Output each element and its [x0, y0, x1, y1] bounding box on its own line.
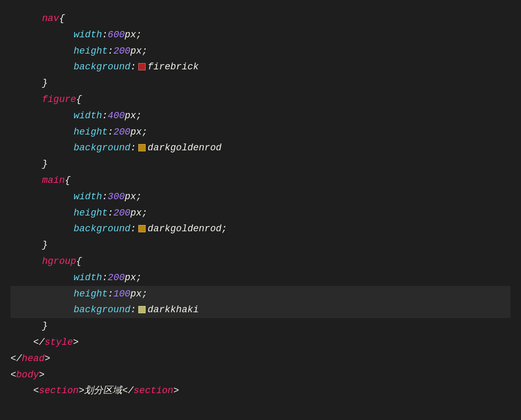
- closing-tag-token: head: [22, 351, 45, 366]
- punct-token: >: [79, 383, 85, 398]
- value-num-token: 200: [114, 125, 130, 140]
- colon-token: :: [102, 189, 108, 204]
- prop-token: width: [74, 189, 102, 204]
- semicolon-token: ;: [221, 221, 227, 237]
- color-swatch: [138, 63, 146, 70]
- value-num-token: 300: [108, 189, 125, 204]
- brace-token: {: [76, 92, 82, 107]
- prop-token: background: [74, 140, 130, 156]
- color-name-token: darkkhaki: [148, 302, 199, 317]
- body-tag-token: body: [16, 367, 39, 383]
- colon-token: :: [108, 44, 114, 59]
- colon-token: :: [130, 302, 136, 317]
- prop-token: height: [74, 286, 108, 302]
- semicolon-token: ;: [142, 206, 148, 221]
- tag-token: figure: [42, 92, 76, 107]
- code-line-hgroup-height: height:100px;: [11, 286, 510, 302]
- color-name-token: px: [130, 125, 142, 140]
- color-name-token: px: [125, 189, 136, 204]
- code-line-main-open: main{: [11, 172, 510, 189]
- colon-token: :: [108, 125, 114, 140]
- prop-token: background: [74, 302, 130, 317]
- color-name-token: px: [130, 44, 142, 59]
- value-num-token: 200: [114, 44, 130, 59]
- colon-token: :: [108, 286, 114, 302]
- code-line-style-close: </style>: [11, 334, 510, 351]
- section-tag-token: section: [134, 383, 173, 398]
- code-line-figure-close: }: [11, 156, 510, 172]
- code-editor: nav{width:600px;height:200px;background:…: [0, 5, 521, 415]
- colon-token: :: [102, 108, 108, 124]
- punct-token: </: [11, 335, 45, 350]
- prop-token: height: [74, 125, 108, 140]
- value-num-token: 200: [108, 270, 125, 285]
- code-line-figure-height: height:200px;: [11, 124, 510, 140]
- semicolon-token: ;: [142, 44, 148, 59]
- code-line-nav-height: height:200px;: [11, 43, 510, 59]
- punct-token: >: [73, 335, 79, 350]
- code-line-section-line: <section>划分区域</section>: [11, 383, 510, 399]
- colon-token: :: [130, 140, 136, 156]
- value-num-token: 400: [108, 108, 125, 124]
- brace-token: }: [42, 319, 48, 334]
- chinese-text-token: 划分区域: [84, 383, 122, 398]
- colon-token: :: [102, 27, 108, 43]
- tag-token: main: [42, 173, 65, 188]
- color-name-token: px: [130, 286, 142, 302]
- punct-token: >: [45, 351, 50, 366]
- section-tag-token: section: [39, 383, 79, 398]
- color-name-token: px: [130, 206, 142, 221]
- brace-token: {: [65, 173, 70, 188]
- colon-token: :: [130, 221, 136, 237]
- brace-token: }: [42, 238, 48, 253]
- code-line-head-close: </head>: [11, 351, 510, 367]
- code-line-main-height: height:200px;: [11, 205, 510, 221]
- code-line-hgroup-open: hgroup{: [11, 253, 510, 270]
- prop-token: width: [74, 108, 102, 124]
- code-line-main-bg: background:darkgoldenrod;: [11, 221, 510, 237]
- punct-token: </: [122, 383, 134, 398]
- code-line-body-open: <body>: [11, 367, 510, 383]
- prop-token: background: [74, 59, 130, 75]
- semicolon-token: ;: [136, 108, 142, 124]
- color-swatch: [138, 225, 146, 232]
- colon-token: :: [130, 59, 136, 75]
- semicolon-token: ;: [136, 270, 142, 285]
- color-name-token: px: [125, 270, 136, 285]
- brace-token: {: [59, 11, 65, 26]
- code-line-nav-close: }: [11, 75, 510, 91]
- tag-token: hgroup: [42, 254, 76, 269]
- tag-token: nav: [42, 11, 59, 26]
- punct-token: >: [173, 383, 179, 398]
- color-name-token: px: [125, 108, 136, 124]
- semicolon-token: ;: [142, 286, 148, 302]
- color-name-token: firebrick: [148, 59, 199, 75]
- code-line-main-close: }: [11, 237, 510, 253]
- prop-token: width: [74, 27, 102, 43]
- punct-token: >: [39, 367, 45, 383]
- brace-token: {: [76, 254, 82, 269]
- brace-token: }: [42, 157, 48, 172]
- code-line-nav-bg: background:firebrick: [11, 59, 510, 75]
- closing-tag-token: style: [45, 335, 73, 350]
- semicolon-token: ;: [136, 27, 142, 43]
- code-line-hgroup-close: }: [11, 318, 510, 334]
- punct-token: <: [11, 367, 16, 383]
- code-line-nav-width: width:600px;: [11, 27, 510, 43]
- color-swatch: [138, 306, 146, 313]
- punct-token: </: [11, 351, 22, 366]
- code-line-hgroup-bg: background:darkkhaki: [11, 302, 510, 318]
- prop-token: width: [74, 270, 102, 285]
- code-line-main-width: width:300px;: [11, 189, 510, 205]
- punct-token: <: [11, 383, 39, 398]
- code-line-figure-open: figure{: [11, 91, 510, 108]
- colon-token: :: [102, 270, 108, 285]
- color-name-token: darkgoldenrod: [148, 221, 221, 237]
- semicolon-token: ;: [142, 125, 148, 140]
- code-line-figure-width: width:400px;: [11, 108, 510, 124]
- code-line-figure-bg: background:darkgoldenrod: [11, 140, 510, 156]
- colon-token: :: [108, 206, 114, 221]
- brace-token: }: [42, 76, 48, 91]
- value-num-token: 100: [114, 286, 130, 302]
- prop-token: height: [74, 206, 108, 221]
